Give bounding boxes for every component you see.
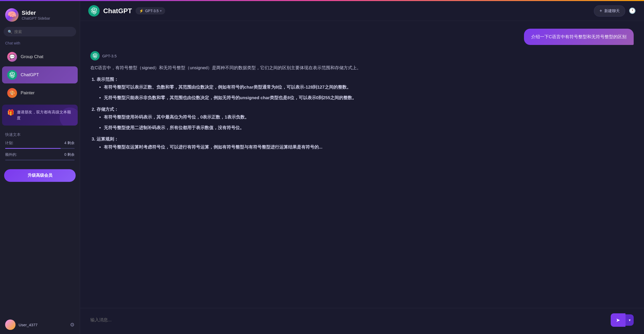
user-avatar: [5, 320, 15, 330]
send-icon: ➤: [616, 317, 620, 323]
ai-section-3-items: 有符号整型在运算时考虑符号位，可以进行有符号运算，例如有符号整型与有符号整型进行…: [97, 143, 361, 151]
quota-extra-value: 0 剩余: [64, 152, 75, 157]
quota-bar-extra: [5, 160, 75, 160]
sidebar-footer: User_4377 ⚙: [0, 315, 80, 334]
chatgpt-title: ChatGPT: [103, 7, 132, 15]
ai-sections: 表示范围： 有符号整型可以表示正数、负数和零，其范围由位数决定，例如有符号的ch…: [90, 76, 361, 151]
painter-avatar: 🎨: [7, 88, 17, 98]
chatgpt-avatar: [7, 70, 17, 80]
chat-with-label: Chat with: [0, 41, 80, 48]
ai-content: 在C语言中，有符号整型（signed）和无符号整型（unsigned）是两种不同…: [90, 64, 361, 151]
quota-row-extra: 额外的: 0 剩余: [5, 152, 75, 157]
ai-message-header: GPT-3.5: [90, 51, 361, 60]
quota-extra-label: 额外的:: [5, 152, 17, 157]
top-bar-left: ChatGPT ⚡ GPT-3.5 ▾: [88, 5, 165, 17]
chatgpt-logo-top: [88, 5, 100, 17]
invite-icon: 🎁: [7, 109, 14, 116]
quick-text-section: 快速文本 计划: 4 剩余 额外的: 0 剩余: [0, 128, 80, 167]
user-message: 介绍一下C语言中有符号整型和无符号整型的区别: [524, 29, 634, 45]
quick-text-label: 快速文本: [5, 132, 75, 137]
ai-model-label: GPT-3.5: [102, 54, 117, 58]
chevron-down-icon: ▾: [160, 9, 162, 13]
painter-label: Painter: [21, 90, 35, 96]
upgrade-button[interactable]: 升级高级会员: [4, 169, 76, 182]
ai-item-3-0: 有符号整型在运算时考虑符号位，可以进行有符号运算，例如有符号整型与有符号整型进行…: [104, 143, 361, 151]
ai-section-2-items: 有符号整型使用补码表示，其中最高位为符号位，0表示正数，1表示负数。 无符号整型…: [97, 113, 361, 132]
ai-avatar: [90, 51, 100, 60]
new-chat-label: 新建聊天: [604, 9, 620, 13]
main-area: ChatGPT ⚡ GPT-3.5 ▾ + 新建聊天 🕐 介绍一下C语言中有符号…: [80, 0, 644, 334]
settings-icon[interactable]: ⚙: [70, 322, 75, 328]
top-bar-right: + 新建聊天 🕐: [594, 5, 636, 17]
send-dropdown-icon: ▾: [629, 318, 631, 322]
history-icon[interactable]: 🕐: [629, 7, 636, 14]
lightning-icon: ⚡: [139, 9, 144, 13]
quota-plan-label: 计划:: [5, 141, 13, 145]
ai-item-2-1: 无符号整型使用二进制补码表示，所有位都用于表示数值，没有符号位。: [104, 124, 361, 132]
send-area: ➤ ▾: [611, 313, 634, 327]
search-bar[interactable]: 🔍: [4, 27, 76, 36]
sidebar-item-painter[interactable]: 🎨 Painter: [2, 84, 78, 102]
send-dropdown-button[interactable]: ▾: [625, 314, 634, 326]
model-selector[interactable]: ⚡ GPT-3.5 ▾: [136, 7, 165, 14]
group-chat-avatar: 💬: [7, 52, 17, 62]
user-name: User_4377: [19, 323, 37, 327]
app-title: Sider: [22, 10, 50, 16]
message-input[interactable]: [90, 315, 611, 325]
chat-messages: 介绍一下C语言中有符号整型和无符号整型的区别 GPT-3.5 在C语言中，有符号…: [80, 21, 644, 308]
quota-plan-value: 4 剩余: [64, 141, 75, 145]
invite-banner-text: 邀请朋友，双方都有高级文本额度: [17, 109, 73, 121]
model-name: GPT-3.5: [145, 9, 158, 13]
search-icon: 🔍: [8, 30, 12, 34]
top-gradient-bar: [0, 0, 644, 1]
search-input[interactable]: [14, 29, 72, 34]
app-subtitle: ChatGPT Sidebar: [22, 16, 50, 20]
sidebar-item-chatgpt[interactable]: ChatGPT: [2, 66, 78, 83]
ai-section-1-title: 表示范围： 有符号整型可以表示正数、负数和零，其范围由位数决定，例如有符号的ch…: [97, 76, 361, 102]
app-logo-icon: 🧠: [5, 8, 19, 22]
ai-item-1-0: 有符号整型可以表示正数、负数和零，其范围由位数决定，例如有符号的char类型通常…: [104, 83, 361, 91]
ai-section-2-title: 存储方式： 有符号整型使用补码表示，其中最高位为符号位，0表示正数，1表示负数。…: [97, 106, 361, 132]
group-chat-label: Group Chat: [21, 54, 43, 59]
send-button[interactable]: ➤: [611, 313, 625, 327]
quota-bar-plan: [5, 148, 75, 149]
quota-row-plan: 计划: 4 剩余: [5, 141, 75, 145]
svg-text:🧠: 🧠: [7, 10, 17, 19]
chatgpt-label: ChatGPT: [21, 72, 39, 77]
input-area: ➤ ▾: [80, 308, 644, 334]
plus-icon: +: [599, 8, 602, 14]
ai-item-1-1: 无符号整型只能表示非负数和零，其范围也由位数决定，例如无符号的unsigned …: [104, 94, 361, 102]
ai-section-1-items: 有符号整型可以表示正数、负数和零，其范围由位数决定，例如有符号的char类型通常…: [97, 83, 361, 102]
svg-point-2: [5, 320, 15, 330]
sidebar: 🧠 Sider ChatGPT Sidebar 🔍 Chat with 💬 Gr…: [0, 0, 80, 334]
invite-banner[interactable]: 🎁 邀请朋友，双方都有高级文本额度: [2, 105, 78, 126]
user-info: User_4377: [5, 320, 37, 330]
ai-message: GPT-3.5 在C语言中，有符号整型（signed）和无符号整型（unsign…: [90, 51, 361, 155]
ai-section-3-title: 运算规则： 有符号整型在运算时考虑符号位，可以进行有符号运算，例如有符号整型与有…: [97, 135, 361, 151]
quota-bar-fill-plan: [5, 148, 61, 149]
sidebar-item-group-chat[interactable]: 💬 Group Chat: [2, 48, 78, 65]
ai-intro: 在C语言中，有符号整型（signed）和无符号整型（unsigned）是两种不同…: [90, 64, 361, 72]
new-chat-button[interactable]: + 新建聊天: [594, 5, 625, 17]
app-logo-text: Sider ChatGPT Sidebar: [22, 10, 50, 20]
top-bar: ChatGPT ⚡ GPT-3.5 ▾ + 新建聊天 🕐: [80, 0, 644, 21]
ai-item-2-0: 有符号整型使用补码表示，其中最高位为符号位，0表示正数，1表示负数。: [104, 113, 361, 121]
sidebar-header: 🧠 Sider ChatGPT Sidebar: [0, 1, 80, 27]
